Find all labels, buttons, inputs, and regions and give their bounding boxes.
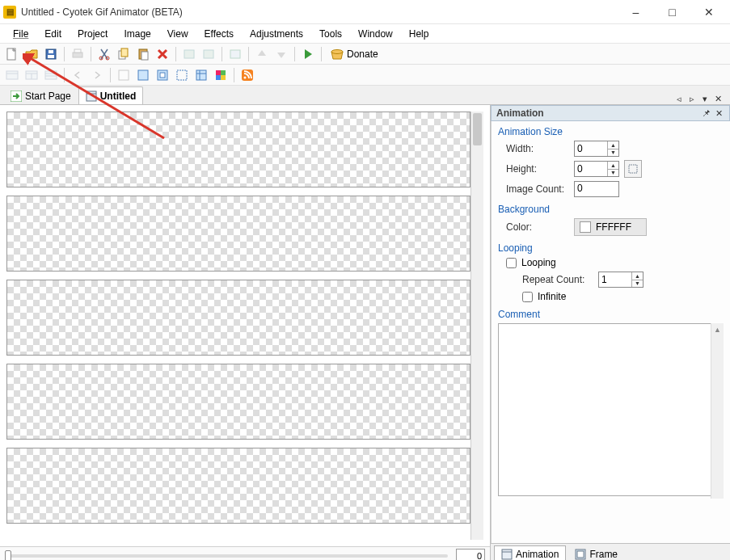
tab-prev-button[interactable]: ◃: [673, 93, 685, 104]
frame-item[interactable]: [6, 448, 470, 524]
zoom-slider[interactable]: [5, 554, 448, 558]
window-title: Untitled - Cyotek Gif Animator (BETA): [21, 6, 618, 18]
select-rect-button[interactable]: [154, 66, 171, 84]
menu-view[interactable]: View: [159, 27, 196, 41]
svg-rect-34: [216, 75, 221, 80]
paste-button[interactable]: [134, 45, 152, 63]
frame-item[interactable]: [6, 196, 470, 272]
menu-effects[interactable]: Effects: [196, 27, 242, 41]
play-button[interactable]: [299, 45, 317, 63]
panel-tabstrip: Animation Frame: [491, 543, 730, 560]
print-button[interactable]: [69, 45, 87, 63]
panel-tab-frame[interactable]: Frame: [568, 545, 625, 561]
svg-rect-35: [221, 75, 226, 80]
rss-button[interactable]: [238, 66, 256, 84]
animation-icon: [501, 549, 513, 560]
maximize-button[interactable]: □: [654, 0, 690, 24]
panel-tab-animation[interactable]: Animation: [494, 545, 566, 561]
color-hex: FFFFFF: [596, 221, 631, 233]
looping-label: Looping: [521, 257, 556, 268]
looping-checkbox[interactable]: [506, 258, 517, 268]
frame-props-button[interactable]: [226, 45, 244, 63]
minimize-button[interactable]: –: [618, 0, 654, 24]
group-looping: Looping Looping Repeat Count: ▲▼ Infinit…: [498, 242, 724, 302]
svg-rect-28: [177, 70, 187, 80]
svg-rect-41: [629, 165, 637, 173]
new-button[interactable]: [3, 45, 21, 63]
zoom-input[interactable]: [456, 549, 485, 561]
svg-rect-42: [502, 549, 512, 559]
repeat-count-label: Repeat Count:: [522, 274, 593, 285]
cut-button[interactable]: [95, 45, 113, 63]
nav-prev-button[interactable]: [69, 66, 87, 84]
color-picker-button[interactable]: FFFFFF: [574, 218, 647, 236]
move-down-button[interactable]: [272, 45, 290, 63]
svg-rect-3: [49, 50, 53, 53]
document-tabs: Start Page Untitled ◃ ▹ ▾ ✕: [0, 86, 730, 105]
frame-item[interactable]: [6, 364, 470, 440]
grid-toggle-button[interactable]: [115, 66, 133, 84]
infinite-checkbox[interactable]: [522, 292, 533, 302]
tab-dropdown-button[interactable]: ▾: [699, 93, 711, 104]
colors-button[interactable]: [212, 66, 230, 84]
tab-start-page[interactable]: Start Page: [3, 86, 78, 104]
editor-bottombar: [0, 546, 490, 560]
nav-next-button[interactable]: [88, 66, 106, 84]
svg-rect-21: [45, 71, 57, 79]
frame-item[interactable]: [6, 112, 470, 187]
svg-rect-11: [141, 52, 148, 60]
redo-button[interactable]: [200, 45, 217, 63]
undo-button[interactable]: [180, 45, 198, 63]
menu-window[interactable]: Window: [350, 27, 401, 41]
panel-close-button[interactable]: ✕: [713, 107, 724, 119]
svg-rect-45: [577, 551, 584, 558]
height-input[interactable]: ▲▼: [574, 161, 619, 177]
layout1-button[interactable]: [3, 66, 21, 84]
menu-image[interactable]: Image: [116, 27, 158, 41]
open-button[interactable]: [23, 45, 40, 63]
menu-tools[interactable]: Tools: [311, 27, 350, 41]
titlebar: ▤ Untitled - Cyotek Gif Animator (BETA) …: [0, 0, 730, 24]
fit-size-button[interactable]: [624, 160, 642, 178]
group-title: Background: [498, 204, 724, 215]
repeat-count-input[interactable]: ▲▼: [598, 272, 643, 288]
donate-button[interactable]: Donate: [326, 45, 383, 63]
copy-button[interactable]: [115, 45, 133, 63]
svg-rect-16: [6, 71, 18, 79]
group-title: Looping: [498, 242, 724, 254]
menu-edit[interactable]: Edit: [36, 27, 70, 41]
arrow-right-icon: [11, 91, 22, 102]
layout3-button[interactable]: [42, 66, 60, 84]
svg-rect-12: [184, 50, 194, 58]
comment-textarea[interactable]: [498, 323, 724, 496]
move-up-button[interactable]: [253, 45, 271, 63]
tab-untitled[interactable]: Untitled: [78, 86, 144, 104]
tab-next-button[interactable]: ▹: [686, 93, 698, 104]
toolbar-main: Donate: [0, 44, 730, 65]
svg-rect-33: [221, 70, 226, 75]
menu-file[interactable]: File: [5, 27, 36, 41]
layout2-button[interactable]: [23, 66, 40, 84]
comment-scrollbar[interactable]: ▲: [711, 323, 724, 499]
marquee-button[interactable]: [173, 66, 191, 84]
menubar: File Edit Project Image View Effects Adj…: [0, 24, 730, 44]
width-input[interactable]: ▲▼: [574, 141, 619, 157]
select-all-button[interactable]: [134, 66, 152, 84]
menu-adjustments[interactable]: Adjustments: [242, 27, 311, 41]
save-button[interactable]: [42, 45, 60, 63]
tab-close-button[interactable]: ✕: [712, 93, 724, 104]
frame-item[interactable]: [6, 280, 470, 356]
close-button[interactable]: ✕: [690, 0, 727, 24]
panel-header: Animation 📌︎ ✕: [491, 105, 730, 121]
svg-rect-39: [87, 91, 96, 101]
svg-rect-14: [230, 50, 240, 58]
vertical-scrollbar[interactable]: [470, 112, 483, 540]
document-icon: [86, 91, 97, 102]
delete-button[interactable]: [154, 45, 171, 63]
layers-button[interactable]: [192, 66, 210, 84]
menu-project[interactable]: Project: [70, 27, 116, 41]
svg-rect-25: [138, 70, 148, 80]
pin-button[interactable]: 📌︎: [700, 107, 711, 119]
color-label: Color:: [506, 221, 569, 233]
menu-help[interactable]: Help: [401, 27, 437, 41]
